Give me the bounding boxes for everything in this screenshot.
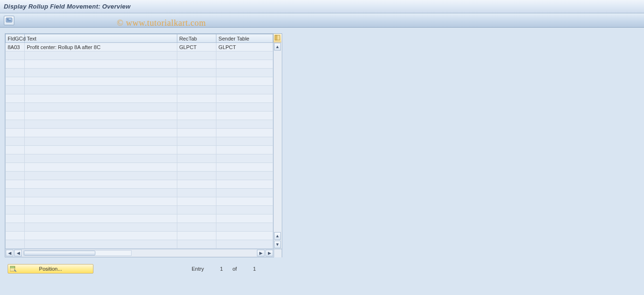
cell-text[interactable] [25, 223, 177, 232]
table-row[interactable] [6, 69, 273, 77]
cell-text[interactable] [25, 120, 177, 129]
cell-sender[interactable] [216, 223, 273, 232]
cell-fldgcd[interactable] [6, 154, 25, 163]
cell-fldgcd[interactable] [6, 214, 25, 223]
table-row[interactable] [6, 103, 273, 112]
cell-fldgcd[interactable] [6, 103, 25, 112]
cell-rectab[interactable] [177, 69, 216, 77]
cell-text[interactable]: Profit center: Rollup 8A after 8C [25, 43, 177, 51]
vertical-scrollbar[interactable]: ▲ ▲ ▼ [273, 34, 281, 249]
cell-rectab[interactable] [177, 77, 216, 86]
cell-rectab[interactable] [177, 206, 216, 214]
cell-text[interactable] [25, 129, 177, 137]
cell-text[interactable] [25, 146, 177, 154]
cell-rectab[interactable] [177, 86, 216, 94]
cell-rectab[interactable] [177, 232, 216, 240]
cell-text[interactable] [25, 154, 177, 163]
table-row[interactable] [6, 206, 273, 214]
cell-fldgcd[interactable] [6, 94, 25, 103]
cell-fldgcd[interactable] [6, 120, 25, 129]
cell-fldgcd[interactable] [6, 51, 25, 60]
cell-fldgcd[interactable] [6, 206, 25, 214]
cell-sender[interactable] [216, 240, 273, 249]
cell-sender[interactable] [216, 86, 273, 94]
cell-text[interactable] [25, 214, 177, 223]
cell-fldgcd[interactable] [6, 69, 25, 77]
cell-fldgcd[interactable] [6, 172, 25, 180]
cell-sender[interactable] [216, 60, 273, 69]
cell-rectab[interactable] [177, 240, 216, 249]
cell-sender[interactable] [216, 129, 273, 137]
table-row[interactable] [6, 214, 273, 223]
cell-sender[interactable] [216, 206, 273, 214]
cell-fldgcd[interactable]: 8A03 [6, 43, 25, 51]
col-header-rectab[interactable]: RecTab [177, 34, 216, 43]
table-row[interactable] [6, 77, 273, 86]
table-row[interactable] [6, 51, 273, 60]
cell-text[interactable] [25, 60, 177, 69]
cell-fldgcd[interactable] [6, 60, 25, 69]
table-row[interactable] [6, 232, 273, 240]
table-row[interactable] [6, 94, 273, 103]
cell-rectab[interactable] [177, 154, 216, 163]
col-header-fldgcd[interactable]: FldGCd [6, 34, 25, 43]
cell-text[interactable] [25, 240, 177, 249]
table-settings-button[interactable] [274, 34, 281, 42]
cell-fldgcd[interactable] [6, 180, 25, 189]
cell-rectab[interactable] [177, 189, 216, 197]
table-row[interactable] [6, 120, 273, 129]
cell-text[interactable] [25, 112, 177, 120]
cell-fldgcd[interactable] [6, 146, 25, 154]
scroll-left-button[interactable]: ◀ [6, 250, 13, 256]
cell-text[interactable] [25, 86, 177, 94]
cell-rectab[interactable] [177, 137, 216, 146]
cell-fldgcd[interactable] [6, 86, 25, 94]
cell-text[interactable] [25, 103, 177, 112]
cell-sender[interactable] [216, 154, 273, 163]
cell-text[interactable] [25, 206, 177, 214]
cell-text[interactable] [25, 163, 177, 172]
scroll-right-button[interactable]: ▶ [266, 250, 273, 256]
cell-sender[interactable] [216, 51, 273, 60]
col-header-sender[interactable]: Sender Table [216, 34, 273, 43]
cell-sender[interactable] [216, 77, 273, 86]
cell-fldgcd[interactable] [6, 232, 25, 240]
table-row[interactable] [6, 180, 273, 189]
cell-fldgcd[interactable] [6, 223, 25, 232]
cell-sender[interactable] [216, 112, 273, 120]
cell-sender[interactable]: GLPCT [216, 43, 273, 51]
cell-fldgcd[interactable] [6, 197, 25, 206]
cell-sender[interactable] [216, 189, 273, 197]
cell-rectab[interactable]: GLPCT [177, 43, 216, 51]
position-button[interactable]: Position... [8, 264, 93, 274]
cell-rectab[interactable] [177, 112, 216, 120]
cell-sender[interactable] [216, 180, 273, 189]
vscroll-track[interactable] [274, 51, 281, 232]
cell-text[interactable] [25, 137, 177, 146]
scroll-left2-button[interactable]: ◀ [14, 250, 22, 256]
cell-sender[interactable] [216, 197, 273, 206]
table-row[interactable] [6, 146, 273, 154]
table-row[interactable] [6, 172, 273, 180]
table-row[interactable] [6, 163, 273, 172]
cell-sender[interactable] [216, 103, 273, 112]
table-row[interactable] [6, 60, 273, 69]
cell-text[interactable] [25, 232, 177, 240]
table-row[interactable] [6, 137, 273, 146]
cell-fldgcd[interactable] [6, 189, 25, 197]
cell-rectab[interactable] [177, 120, 216, 129]
cell-rectab[interactable] [177, 51, 216, 60]
cell-sender[interactable] [216, 232, 273, 240]
hscroll-track[interactable] [23, 250, 132, 256]
scroll-down-button[interactable]: ▼ [274, 241, 281, 248]
cell-fldgcd[interactable] [6, 129, 25, 137]
scroll-right2-button[interactable]: ▶ [257, 250, 265, 256]
table-row[interactable] [6, 223, 273, 232]
cell-fldgcd[interactable] [6, 112, 25, 120]
cell-sender[interactable] [216, 120, 273, 129]
horizontal-scrollbar[interactable]: ◀ ◀ ▶ ▶ [5, 249, 282, 257]
cell-rectab[interactable] [177, 214, 216, 223]
cell-sender[interactable] [216, 146, 273, 154]
cell-fldgcd[interactable] [6, 240, 25, 249]
table-row[interactable] [6, 240, 273, 249]
